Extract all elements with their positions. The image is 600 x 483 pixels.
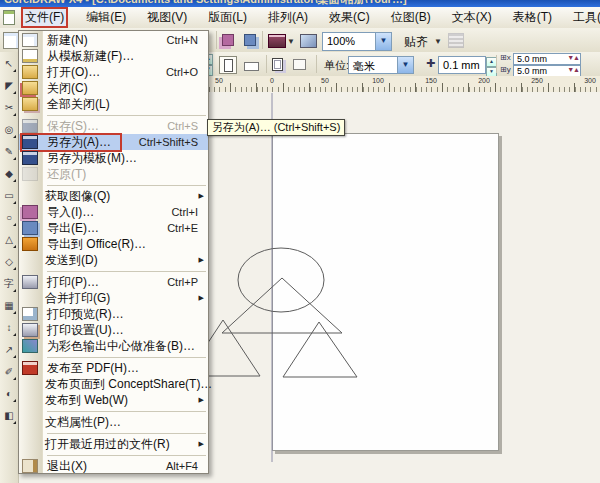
menu-item-label: 打开最近用过的文件(R) [45, 436, 198, 453]
ruler-tick-label: 50 [215, 77, 223, 84]
menu-item-label: 从模板新建(F)… [47, 48, 198, 65]
menu-item-label: 发布至 PDF(H)… [47, 360, 198, 377]
menu-item-publish-pdf[interactable]: 发布至 PDF(H)… [19, 360, 208, 376]
menubar-item-table[interactable]: 表格(T) [510, 8, 555, 27]
import-icon[interactable] [222, 34, 234, 46]
menu-item-label: 发布页面到 ConceptShare(T)… [45, 376, 212, 393]
menu-item-close-all[interactable]: 全部关闭(L) [19, 96, 208, 112]
export-icon[interactable] [244, 34, 256, 46]
menu-item-label: 打印预览(R)… [47, 306, 198, 323]
menu-item-print[interactable]: 打印(P)…Ctrl+P [19, 274, 208, 290]
dimension-tool-icon[interactable]: ↕ [1, 320, 17, 338]
outline-tool-icon[interactable]: ◐ [1, 386, 17, 404]
portrait-orientation-button[interactable] [219, 56, 237, 74]
shape-tool-icon[interactable]: ◤ [1, 78, 17, 96]
menu-item-save-as[interactable]: 另存为(A)…Ctrl+Shift+S [19, 134, 208, 150]
menubar-item-effects[interactable]: 效果(C) [326, 8, 373, 27]
page-area[interactable] [272, 133, 499, 451]
nudge-offset-icon: ✚ [426, 57, 435, 70]
basic-shapes-tool-icon[interactable]: ◇ [1, 254, 17, 272]
menu-item-acquire-image[interactable]: 获取图像(Q)▶ [19, 188, 208, 204]
menu-item-save[interactable]: 保存(S)…Ctrl+S [19, 118, 208, 134]
publish-pdf-icon [22, 361, 38, 375]
menu-item-label: 退出(X) [47, 458, 166, 475]
menu-item-label: 新建(N) [47, 32, 167, 49]
menu-item-recent-files[interactable]: 打开最近用过的文件(R)▶ [19, 436, 208, 452]
units-dropdown[interactable]: 毫米 ▼ [348, 56, 414, 74]
menu-item-new-from-template[interactable]: 从模板新建(F)… [19, 48, 208, 64]
chevron-down-icon[interactable]: ▼ [397, 57, 413, 73]
pick-tool-icon[interactable]: ↖ [1, 56, 17, 74]
application-launcher-icon[interactable] [268, 34, 286, 48]
menubar-item-layout[interactable]: 版面(L) [205, 8, 250, 27]
menubar-item-file[interactable]: 文件(F) [21, 7, 68, 28]
menu-item-label: 关闭(C) [47, 80, 198, 97]
duplicate-x-field[interactable]: 5.0 mm ▼▲ [513, 53, 581, 65]
welcome-screen-icon[interactable] [300, 34, 317, 48]
zoom-level-combo[interactable]: 100% ▼ [322, 32, 392, 51]
menu-item-label: 还原(T) [47, 166, 198, 183]
smart-fill-tool-icon[interactable]: ◆ [1, 166, 17, 184]
menu-item-publish-conceptshare[interactable]: 发布页面到 ConceptShare(T)… [19, 376, 208, 392]
submenu-arrow-icon: ▶ [199, 192, 204, 200]
blank-icon [22, 292, 36, 304]
duplicate-distance-x: ⊞x 5.0 mm ▼▲ [500, 53, 596, 64]
menu-item-print-setup[interactable]: 打印设置(U)… [19, 322, 208, 338]
all-pages-size-icon[interactable] [272, 58, 283, 71]
ruler-tick-label: 250 [531, 77, 543, 84]
print-setup-icon [22, 323, 38, 337]
menu-item-merge-print[interactable]: 合并打印(G)▶ [19, 290, 208, 306]
document-icon[interactable] [3, 10, 15, 25]
menu-item-save-as-template[interactable]: 另存为模板(M)… [19, 150, 208, 166]
submenu-arrow-icon: ▶ [199, 256, 204, 264]
menubar-item-bitmaps[interactable]: 位图(B) [388, 8, 434, 27]
spinner-arrows-icon[interactable]: ▼▲ [567, 66, 579, 73]
menubar-item-view[interactable]: 视图(V) [144, 8, 190, 27]
menu-item-import[interactable]: 导入(I)…Ctrl+I [19, 204, 208, 220]
menu-item-export[interactable]: 导出(E)…Ctrl+E [19, 220, 208, 236]
units-label: 单位: [324, 58, 349, 73]
table-tool-icon[interactable]: ▦ [1, 298, 17, 316]
menu-item-revert[interactable]: 还原(T) [19, 166, 208, 182]
chevron-down-icon[interactable]: ▼ [434, 37, 442, 46]
chevron-down-icon[interactable]: ▼ [375, 33, 391, 50]
menu-item-open[interactable]: 打开(O)…Ctrl+O [19, 64, 208, 80]
freehand-tool-icon[interactable]: ✎ [1, 144, 17, 162]
chevron-down-icon[interactable]: ▼ [287, 37, 295, 46]
ruler-tick-label: 150 [425, 77, 437, 84]
zoom-tool-icon[interactable]: ◎ [1, 122, 17, 140]
connector-tool-icon[interactable]: ↗ [1, 342, 17, 360]
eyedropper-tool-icon[interactable]: ✐ [1, 364, 17, 382]
ellipse-tool-icon[interactable]: ○ [1, 210, 17, 228]
landscape-orientation-button[interactable] [240, 56, 262, 74]
polygon-tool-icon[interactable]: △ [1, 232, 17, 250]
menu-item-export-office[interactable]: 导出到 Office(R)… [19, 236, 208, 252]
ruler-tick-label: 300 [584, 77, 596, 84]
zoom-level-value: 100% [327, 35, 355, 47]
menu-item-send-to[interactable]: 发送到(D)▶ [19, 252, 208, 268]
menu-item-print-preview[interactable]: 打印预览(R)… [19, 306, 208, 322]
menu-item-label: 导入(I)… [47, 204, 171, 221]
menubar-item-text[interactable]: 文本(X) [449, 8, 495, 27]
app-window: CorelDRAW X4 - [C:\Documents and Setting… [0, 0, 600, 483]
snap-to-dropdown[interactable]: 贴齐 [404, 34, 428, 51]
nudge-offset-field[interactable]: 0.1 mm ▲▼ [438, 56, 486, 74]
menu-item-exit[interactable]: 退出(X)Alt+F4 [19, 458, 208, 474]
menu-item-prepare-color[interactable]: 为彩色输出中心做准备(B)… [19, 338, 208, 354]
rectangle-tool-icon[interactable]: ▭ [1, 188, 17, 206]
menubar-item-tools[interactable]: 工具(O) [570, 8, 600, 27]
spinner-arrows-icon[interactable]: ▼▲ [567, 54, 579, 61]
menu-item-shortcut: Ctrl+Shift+S [139, 136, 198, 148]
menu-item-close[interactable]: 关闭(C) [19, 80, 208, 96]
text-tool-icon[interactable]: 字 [1, 276, 17, 294]
menu-item-new[interactable]: 新建(N)Ctrl+N [19, 32, 208, 48]
menu-item-document-properties[interactable]: 文档属性(P)… [19, 414, 208, 430]
fill-tool-icon[interactable]: ◧ [1, 408, 17, 426]
crop-tool-icon[interactable]: ✂ [1, 100, 17, 118]
menu-item-label: 文档属性(P)… [45, 414, 198, 431]
menu-item-publish-web[interactable]: 发布到 Web(W)▶ [19, 392, 208, 408]
close-all-icon [22, 97, 38, 111]
menubar-item-edit[interactable]: 编辑(E) [83, 8, 129, 27]
current-page-size-icon[interactable] [293, 59, 306, 70]
menubar-item-arrange[interactable]: 排列(A) [265, 8, 311, 27]
